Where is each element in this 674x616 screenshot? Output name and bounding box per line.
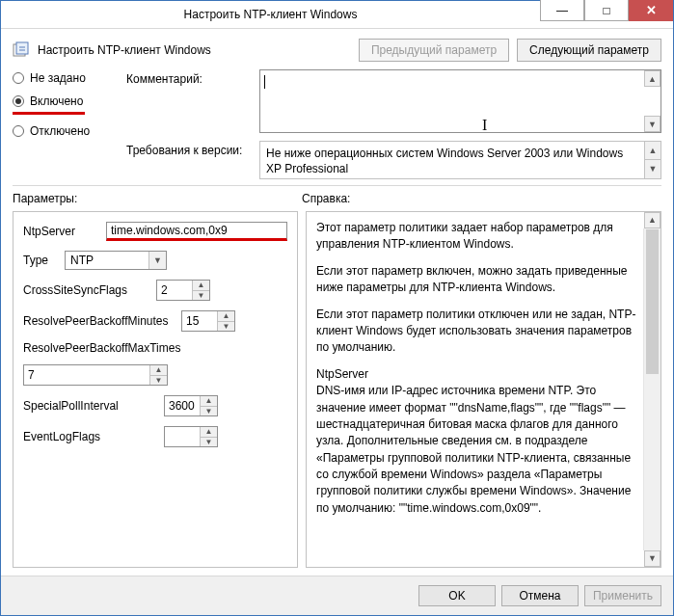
parameters-panel: NtpServer Type NTP ▼ CrossSiteSyncFlags …: [13, 211, 298, 568]
help-paragraph: DNS-имя или IP-адрес источника времени N…: [316, 383, 639, 517]
radio-enabled[interactable]: Включено: [13, 94, 109, 108]
cancel-button[interactable]: Отмена: [501, 585, 579, 606]
spin-down-icon[interactable]: ▼: [201, 438, 217, 447]
comment-textarea[interactable]: I ▲ ▼: [259, 69, 661, 133]
help-header: Справка:: [302, 192, 661, 205]
eventlog-input[interactable]: ▲▼: [164, 426, 218, 447]
policy-title: Настроить NTP-клиент Windows: [38, 43, 211, 57]
eventlog-label: EventLogFlags: [23, 430, 156, 443]
spin-down-icon[interactable]: ▼: [201, 407, 217, 416]
dialog-footer: OK Отмена Применить: [1, 576, 673, 615]
ok-button[interactable]: OK: [418, 585, 496, 606]
spin-down-icon[interactable]: ▼: [193, 291, 209, 301]
parameters-header: Параметры:: [13, 192, 302, 205]
highlight-underline: [13, 112, 85, 115]
scroll-up-button[interactable]: ▲: [644, 70, 661, 87]
resolvemax-input[interactable]: ▲▼: [23, 364, 168, 386]
comment-label: Комментарий:: [126, 69, 250, 86]
spin-down-icon[interactable]: ▼: [218, 322, 234, 332]
chevron-down-icon: ▼: [148, 252, 166, 269]
radio-not-configured[interactable]: Не задано: [13, 71, 109, 85]
help-paragraph: Если этот параметр включен, можно задать…: [316, 263, 639, 297]
spin-down-icon[interactable]: ▼: [150, 376, 167, 386]
previous-setting-button[interactable]: Предыдущий параметр: [359, 39, 509, 62]
spin-up-icon[interactable]: ▲: [218, 311, 234, 322]
requirements-label: Требования к версии:: [126, 141, 250, 157]
crosssite-input[interactable]: ▲▼: [156, 280, 210, 301]
special-input[interactable]: ▲▼: [164, 395, 218, 416]
close-button[interactable]: ✕: [629, 0, 673, 21]
title-bar: Настроить NTP-клиент Windows — □ ✕: [1, 1, 673, 29]
ntpserver-input[interactable]: [106, 222, 287, 241]
spin-up-icon[interactable]: ▲: [193, 281, 209, 291]
crosssite-label: CrossSiteSyncFlags: [23, 283, 148, 297]
dialog-window: Настроить NTP-клиент Windows — □ ✕ Настр…: [0, 0, 674, 616]
apply-button[interactable]: Применить: [584, 585, 661, 606]
ibeam-cursor-icon: I: [482, 117, 487, 134]
spin-up-icon[interactable]: ▲: [201, 427, 217, 438]
type-select[interactable]: NTP ▼: [65, 251, 167, 270]
window-title: Настроить NTP-клиент Windows: [1, 8, 540, 21]
scroll-up-button[interactable]: ▲: [644, 142, 661, 160]
help-panel: ▲ ▼ Этот параметр политики задает набор …: [306, 211, 661, 568]
special-label: SpecialPollInterval: [23, 399, 156, 413]
text-cursor: [264, 75, 265, 89]
radio-icon: [13, 95, 24, 107]
radio-icon: [13, 72, 24, 84]
resolve-input[interactable]: ▲▼: [181, 310, 235, 332]
separator: [13, 185, 661, 186]
requirements-text: Не ниже операционных систем Windows Serv…: [266, 147, 623, 175]
radio-label: Отключено: [30, 124, 90, 138]
radio-label: Включено: [30, 94, 83, 108]
maximize-button[interactable]: □: [584, 0, 629, 21]
svg-rect-1: [16, 42, 28, 54]
ntpserver-label: NtpServer: [23, 225, 98, 238]
spin-up-icon[interactable]: ▲: [201, 396, 217, 407]
scroll-down-button[interactable]: ▼: [644, 116, 661, 132]
help-paragraph: Если этот параметр политики отключен или…: [316, 307, 639, 357]
type-label: Type: [23, 254, 57, 267]
scroll-down-button[interactable]: ▼: [644, 550, 661, 567]
next-setting-button[interactable]: Следующий параметр: [517, 39, 661, 62]
radio-icon: [13, 125, 24, 137]
resolvemax-label: ResolvePeerBackoffMaxTimes: [23, 341, 287, 355]
radio-disabled[interactable]: Отключено: [13, 124, 109, 138]
requirements-box: Не ниже операционных систем Windows Serv…: [259, 141, 661, 179]
resolve-label: ResolvePeerBackoffMinutes: [23, 314, 174, 328]
scroll-down-button[interactable]: ▼: [644, 160, 661, 178]
scroll-thumb[interactable]: [646, 229, 659, 374]
help-subheading: NtpServer: [316, 366, 639, 383]
scroll-up-button[interactable]: ▲: [644, 212, 661, 228]
type-value: NTP: [66, 254, 148, 267]
minimize-button[interactable]: —: [540, 0, 584, 21]
help-paragraph: Этот параметр политики задает набор пара…: [316, 220, 639, 254]
radio-label: Не задано: [30, 71, 86, 85]
policy-icon: [13, 41, 30, 59]
spin-up-icon[interactable]: ▲: [150, 365, 167, 376]
